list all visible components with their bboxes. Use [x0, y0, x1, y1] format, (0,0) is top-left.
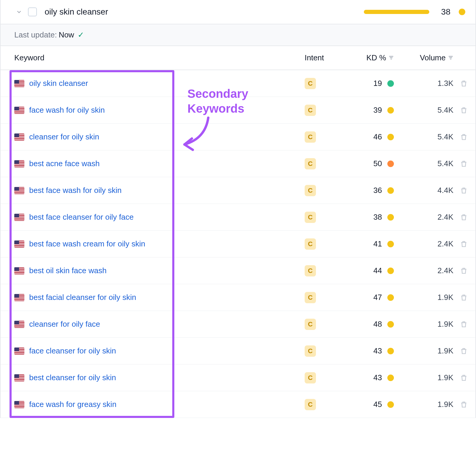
intent-badge: C	[305, 185, 316, 196]
kd-value: 46	[373, 132, 382, 141]
flag-us-icon	[14, 133, 24, 141]
keyword-link[interactable]: best oil skin face wash	[29, 266, 107, 275]
volume-value: 2.4K	[438, 239, 454, 249]
table-row: oily skin cleanserC191.3K	[1, 70, 475, 97]
table-row: best oil skin face washC442.4K	[1, 257, 475, 284]
volume-value: 5.4K	[438, 132, 454, 141]
keyword-link[interactable]: cleanser for oily skin	[29, 132, 99, 141]
delete-button[interactable]	[460, 320, 468, 328]
intent-badge: C	[305, 238, 316, 250]
intent-badge: C	[305, 319, 316, 330]
keyword-link[interactable]: best face wash for oily skin	[29, 186, 122, 195]
kd-dot-icon	[387, 80, 394, 87]
intent-badge: C	[305, 372, 316, 383]
col-kd-label: KD %	[367, 53, 386, 62]
keyword-link[interactable]: best face cleanser for oily face	[29, 213, 134, 222]
delete-button[interactable]	[460, 401, 468, 408]
kd-value: 19	[373, 79, 382, 88]
delete-button[interactable]	[460, 133, 468, 141]
delete-button[interactable]	[460, 106, 468, 114]
table-row: best face wash cream for oily skinC412.4…	[1, 231, 475, 257]
group-header-row: oily skin cleanser 38	[1, 0, 475, 24]
col-kd[interactable]: KD %	[343, 53, 394, 62]
flag-us-icon	[14, 374, 24, 381]
svg-rect-3	[449, 56, 453, 56]
kd-dot-icon	[387, 294, 394, 301]
keyword-link[interactable]: best acne face wash	[29, 159, 100, 168]
svg-rect-0	[389, 56, 393, 56]
col-volume-label: Volume	[420, 53, 446, 62]
delete-button[interactable]	[460, 347, 468, 355]
delete-button[interactable]	[460, 267, 468, 275]
check-icon: ✓	[78, 30, 84, 40]
keyword-link[interactable]: face cleanser for oily skin	[29, 346, 116, 356]
kd-value: 36	[373, 186, 382, 195]
kd-dot-icon	[387, 321, 394, 328]
keyword-link[interactable]: face wash for oily skin	[29, 106, 105, 115]
kd-value: 41	[373, 239, 382, 249]
flag-us-icon	[14, 267, 24, 274]
intent-badge: C	[305, 105, 316, 116]
intent-badge: C	[305, 158, 316, 169]
flag-us-icon	[14, 294, 24, 301]
keyword-link[interactable]: oily skin cleanser	[29, 79, 88, 88]
flag-us-icon	[14, 107, 24, 114]
flag-us-icon	[14, 401, 24, 408]
volume-value: 2.4K	[438, 266, 454, 275]
delete-button[interactable]	[460, 187, 468, 194]
svg-rect-1	[390, 57, 393, 58]
svg-rect-4	[450, 57, 452, 58]
volume-value: 4.4K	[438, 186, 454, 195]
kd-dot-icon	[387, 348, 394, 354]
col-volume[interactable]: Volume	[394, 53, 453, 62]
kd-dot-icon	[387, 241, 394, 247]
last-update-value: Now	[59, 30, 74, 40]
table-row: face wash for greasy skinC451.9K	[1, 391, 475, 418]
flag-us-icon	[14, 321, 24, 328]
flag-us-icon	[14, 80, 24, 87]
chevron-down-icon[interactable]	[15, 8, 23, 15]
kd-value: 45	[373, 400, 382, 409]
volume-value: 1.9K	[438, 373, 454, 382]
intent-badge: C	[305, 345, 316, 357]
delete-button[interactable]	[460, 240, 468, 248]
col-keyword[interactable]: Keyword	[14, 53, 305, 62]
kd-value: 50	[373, 159, 382, 168]
intent-badge: C	[305, 292, 316, 303]
kd-value: 48	[373, 320, 382, 329]
keyword-link[interactable]: best cleanser for oily skin	[29, 373, 116, 382]
delete-button[interactable]	[460, 213, 468, 221]
intent-badge: C	[305, 265, 316, 276]
table-header: Keyword Intent KD % Volume	[1, 46, 475, 70]
kd-value: 38	[373, 213, 382, 222]
kd-value: 47	[373, 293, 382, 302]
volume-value: 5.4K	[438, 106, 454, 115]
intent-badge: C	[305, 131, 316, 143]
flag-us-icon	[14, 214, 24, 221]
kd-dot-icon	[387, 375, 394, 381]
table-row: cleanser for oily faceC481.9K	[1, 311, 475, 338]
keyword-link[interactable]: face wash for greasy skin	[29, 400, 116, 409]
keyword-link[interactable]: best facial cleanser for oily skin	[29, 293, 136, 302]
keyword-link[interactable]: cleanser for oily face	[29, 320, 100, 329]
score-dot-icon	[459, 9, 465, 15]
select-all-checkbox[interactable]	[28, 7, 37, 16]
table-row: best face cleanser for oily faceC382.4K	[1, 204, 475, 231]
table-row: face wash for oily skinC395.4K	[1, 97, 475, 124]
kd-dot-icon	[387, 214, 394, 221]
col-intent[interactable]: Intent	[305, 53, 343, 62]
delete-button[interactable]	[460, 80, 468, 87]
last-update-strip: Last update: Now ✓	[1, 24, 475, 46]
delete-button[interactable]	[460, 374, 468, 382]
delete-button[interactable]	[460, 294, 468, 301]
difficulty-bar	[364, 10, 429, 14]
volume-value: 2.4K	[438, 213, 454, 222]
intent-badge: C	[305, 399, 316, 410]
volume-value: 1.3K	[438, 79, 454, 88]
last-update-label: Last update:	[14, 30, 57, 40]
kd-dot-icon	[387, 134, 394, 140]
group-title: oily skin cleanser	[45, 7, 358, 17]
keyword-link[interactable]: best face wash cream for oily skin	[29, 239, 145, 249]
delete-button[interactable]	[460, 160, 468, 168]
kd-value: 39	[373, 106, 382, 115]
